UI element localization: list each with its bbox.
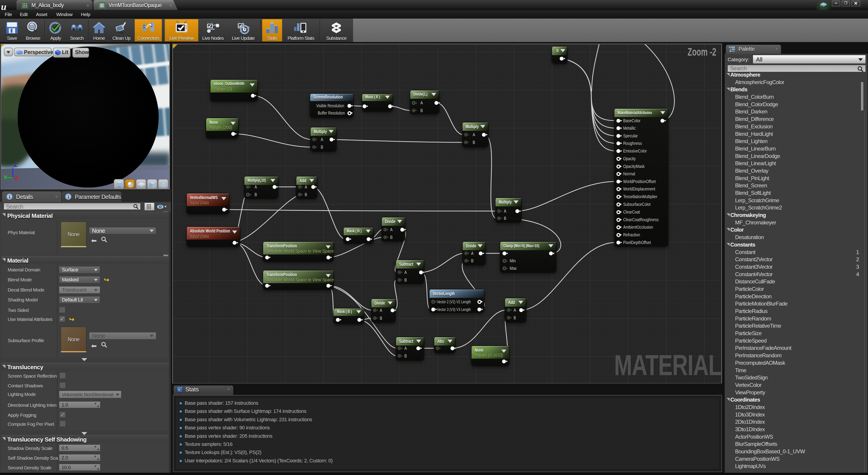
svg-text:Z: Z (14, 164, 18, 168)
svg-text:X: X (15, 175, 19, 180)
svg-text:Y: Y (3, 174, 7, 180)
